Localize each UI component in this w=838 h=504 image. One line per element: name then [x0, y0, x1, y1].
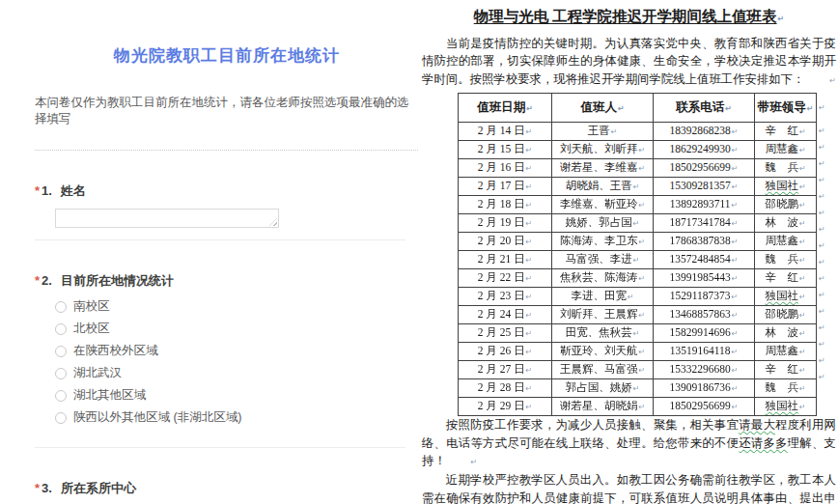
duty-table-wrapper: 值班日期↵ 值班人↵ 联系电话↵ 带班领导↵ 2 月 14 日↵王晋↵18392… — [458, 93, 816, 416]
cell-duty-date: 2 月 26 日↵ — [459, 343, 552, 361]
cell-mark: ↵ — [725, 104, 732, 113]
cell-mark: ↵ — [638, 400, 645, 415]
cell-mark: ↵ — [526, 271, 533, 287]
cell-mark: ↵ — [732, 400, 739, 415]
cell-phone: 18502956699↵ — [654, 159, 755, 178]
cell-duty-date: 2 月 14 日↵ — [459, 123, 552, 141]
duty-document: 物理与光电 工程学院推迟开学期间线上值班表↵ 当前是疫情防控的关键时期。为认真落… — [422, 8, 836, 504]
cell-leader: 林 波↵ — [755, 214, 817, 233]
cell-mark: ↵ — [732, 161, 739, 177]
cell-duty-date: 2 月 28 日↵ — [459, 379, 552, 398]
table-header-row: 值班日期↵ 值班人↵ 联系电话↵ 带班领导↵ — [459, 94, 817, 123]
cell-leader: 周慧鑫↵ — [755, 233, 817, 251]
cell-mark: ↵ — [526, 143, 533, 158]
form-description: 本问卷仅作为教职工目前所在地统计，请各位老师按照选项最准确的选择填写 — [35, 95, 419, 127]
cell-mark: ↵ — [638, 161, 645, 177]
cell-mark: ↵ — [799, 400, 806, 415]
cell-phone: 18502956699↵ — [654, 398, 755, 416]
table-row: 2 月 21 日↵马富强、李进↵13572484854↵魏 兵↵ — [459, 251, 817, 269]
cell-duty-person: 焦秋芸、陈海涛↵ — [552, 269, 654, 288]
section-divider — [35, 447, 405, 448]
cell-phone: 18629249930↵ — [654, 141, 755, 159]
form-title: 物光院教职工目前所在地统计 — [35, 44, 419, 67]
cell-mark: ↵ — [618, 104, 625, 113]
cell-mark: ↵ — [732, 363, 739, 378]
question-list: *1.姓名*2.目前所在地情况统计南校区北校区在陕西校外区域湖北武汉湖北其他区域… — [35, 182, 419, 504]
table-row: 2 月 17 日↵胡晓娟、王晋↵15309281357↵独国社↵ — [459, 178, 817, 196]
cell-mark: ↵ — [799, 180, 806, 195]
table-row: 2 月 23 日↵李进、田宽↵15291187373↵独国社↵ — [459, 288, 817, 306]
table-row: 2 月 25 日↵田宽、焦秋芸↵15829914696↵林 波↵ — [459, 324, 817, 343]
survey-form: 物光院教职工目前所在地统计 本问卷仅作为教职工目前所在地统计，请各位老师按照选项… — [0, 44, 419, 504]
radio-icon[interactable] — [55, 368, 67, 379]
cell-mark: ↵ — [526, 400, 533, 415]
radio-icon[interactable] — [55, 412, 67, 424]
cell-mark: ↵ — [799, 381, 806, 397]
cell-mark: ↵ — [799, 308, 806, 323]
cell-phone: 13909186736↵ — [654, 379, 755, 398]
radio-option[interactable]: 陕西以外其他区域 (非湖北区域) — [55, 412, 419, 423]
radio-option[interactable]: 湖北其他区域 — [55, 390, 419, 401]
cell-duty-date: 2 月 24 日↵ — [459, 306, 552, 324]
cell-mark: ↵ — [633, 216, 640, 232]
radio-option[interactable]: 南校区 — [55, 301, 419, 312]
question-label: *1.姓名 — [35, 182, 419, 200]
cell-duty-person: 李进、田宽↵ — [552, 288, 654, 306]
cell-mark: ↵ — [526, 161, 533, 177]
cell-mark: ↵ — [732, 308, 739, 323]
cell-duty-person: 胡晓娟、王晋↵ — [552, 178, 654, 196]
radio-icon[interactable] — [55, 323, 67, 335]
radio-icon[interactable] — [55, 346, 67, 357]
cell-duty-date: 2 月 27 日↵ — [459, 361, 552, 379]
cell-mark: ↵ — [633, 253, 640, 268]
cell-leader: 独国社↵ — [755, 288, 817, 306]
table-row: 2 月 22 日↵焦秋芸、陈海涛↵13991985443↵辛 红↵ — [459, 269, 817, 288]
cell-mark: ↵ — [526, 235, 533, 250]
cell-mark: ↵ — [799, 198, 806, 213]
cell-leader: 辛 红↵ — [755, 123, 817, 141]
cell-duty-person: 田宽、焦秋芸↵ — [552, 324, 654, 343]
cell-mark: ↵ — [732, 290, 739, 305]
table-row: 2 月 29 日↵谢若星、胡晓娟↵18502956699↵独国社↵ — [459, 398, 817, 416]
radio-option-label: 在陕西校外区域 — [73, 343, 158, 359]
cell-phone: 13892893711↵ — [654, 196, 755, 214]
radio-option[interactable]: 北校区 — [55, 323, 419, 334]
radio-icon[interactable] — [55, 390, 67, 402]
notice-paragraph-1: 按照防疫工作要求，为减少人员接触、聚集，相关事宜请最大程度利用网络、电话等方式尽… — [422, 416, 836, 471]
cell-mark: ↵ — [526, 180, 533, 195]
radio-icon[interactable] — [55, 301, 67, 313]
question-block: *2.目前所在地情况统计南校区北校区在陕西校外区域湖北武汉湖北其他区域陕西以外其… — [35, 272, 419, 423]
cell-duty-person: 谢若星、李维嘉↵ — [552, 159, 654, 178]
cell-duty-person: 马富强、李进↵ — [552, 251, 654, 269]
cell-mark: ↵ — [526, 326, 533, 342]
radio-option-label: 湖北其他区域 — [73, 387, 146, 404]
cell-mark: ↵ — [799, 326, 806, 342]
header-lead-leader: 带班领导↵ — [755, 94, 817, 123]
cell-duty-person: 刘昕拜、王晨辉↵ — [552, 306, 654, 324]
cell-mark: ↵ — [732, 345, 739, 360]
paragraph-mark: ↵ — [778, 11, 785, 28]
cell-mark: ↵ — [526, 253, 533, 268]
duty-document-panel: 物理与光电 工程学院推迟开学期间线上值班表↵ 当前是疫情防控的关键时期。为认真落… — [419, 0, 838, 504]
cell-phone: 13991985443↵ — [654, 269, 755, 288]
table-row: 2 月 14 日↵王晋↵18392868238↵辛 红↵ — [459, 123, 817, 141]
name-textarea[interactable] — [55, 209, 279, 228]
cell-duty-date: 2 月 22 日↵ — [459, 269, 552, 288]
cell-phone: 15291187373↵ — [654, 288, 755, 306]
radio-option[interactable]: 在陕西校外区域 — [55, 346, 419, 356]
intro-paragraph-text: 当前是疫情防控的关键时期。为认真落实党中央、教育部和陕西省关于疫情防控的部署，切… — [422, 37, 836, 86]
required-asterisk: * — [35, 481, 40, 495]
cell-mark: ↵ — [638, 143, 645, 158]
table-row: 2 月 26 日↵靳亚玲、刘天航↵13519164118↵周慧鑫↵ — [459, 343, 817, 361]
cell-mark: ↵ — [799, 125, 806, 140]
cell-mark: ↵ — [526, 125, 533, 140]
row-end-marks: ↵↵↵↵↵↵↵↵↵↵↵↵↵↵↵↵↵ — [819, 93, 825, 385]
cell-leader: 魏 兵↵ — [755, 251, 817, 269]
cell-phone: 15829914696↵ — [654, 324, 755, 343]
cell-mark: ↵ — [732, 143, 739, 158]
document-title: 物理与光电 工程学院推迟开学期间线上值班表↵ — [422, 8, 836, 28]
radio-option[interactable]: 湖北武汉 — [55, 368, 419, 378]
cell-mark: ↵ — [799, 363, 806, 378]
table-row: 2 月 19 日↵姚娇、郭占国↵18717341784↵林 波↵ — [459, 214, 817, 233]
cell-duty-date: 2 月 25 日↵ — [459, 324, 552, 343]
